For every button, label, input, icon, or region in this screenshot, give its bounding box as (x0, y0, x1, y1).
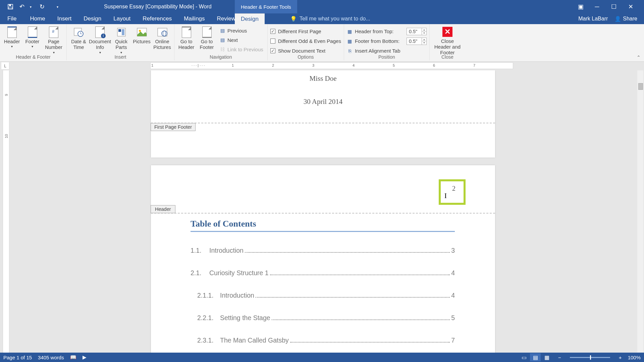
close-header-footer-button[interactable]: ✕ Close Header and Footer (432, 25, 463, 55)
toc-entry[interactable]: 1.1.Introduction3 (151, 247, 495, 254)
toc-entry[interactable]: 2.2.1.Setting the Stage5 (151, 314, 495, 322)
tab-mailings[interactable]: Mailings (178, 13, 211, 24)
footer-button[interactable]: Footer▾ (23, 25, 42, 55)
toc-entry[interactable]: 2.3.1.The Man Called Gatsby7 (151, 337, 495, 344)
spell-check-icon[interactable]: 📖 (70, 354, 76, 360)
undo-dropdown-icon[interactable]: ▾ (27, 3, 34, 10)
previous-button[interactable]: ▤Previous (218, 26, 265, 35)
group-label-insert: Insert (67, 54, 174, 60)
doc-date-line[interactable]: 30 April 2014 (151, 83, 495, 106)
document-info-button[interactable]: i Document Info▾ (90, 25, 110, 55)
header-page-number[interactable]: 2 (452, 185, 455, 192)
tab-home[interactable]: Home (24, 13, 51, 24)
goto-header-icon (180, 26, 193, 38)
tab-file[interactable]: File (0, 13, 24, 24)
toc-dots (245, 252, 450, 253)
zoom-level[interactable]: 100% (628, 355, 641, 360)
share-button[interactable]: 👤 Share (614, 16, 637, 22)
qat-customize-icon[interactable]: ▾ (54, 3, 61, 10)
header-tag: Header (151, 205, 175, 213)
toc-entry-page: 4 (451, 292, 455, 299)
display-options-icon[interactable]: ▣ (578, 3, 584, 10)
tab-selector[interactable]: L (1, 62, 9, 70)
horizontal-ruler[interactable]: 1 · · · | · · · 1 2 3 4 5 6 7 (150, 62, 513, 69)
online-pictures-button[interactable]: Online Pictures (153, 25, 171, 55)
zoom-out-button[interactable]: − (558, 355, 561, 360)
minimize-icon[interactable]: ─ (594, 3, 600, 10)
first-page-footer-tag: First Page Footer (151, 123, 196, 131)
group-label-hf: Header & Footer (0, 54, 66, 60)
toc-entry-text: The Man Called Gatsby (220, 337, 289, 344)
save-icon[interactable] (7, 3, 14, 10)
svg-rect-9 (122, 29, 124, 35)
pictures-button[interactable]: Pictures (132, 25, 151, 55)
status-page[interactable]: Page 1 of 15 (3, 355, 32, 360)
undo-icon[interactable]: ↶ (18, 3, 25, 10)
svg-rect-8 (118, 29, 121, 32)
close-icon[interactable]: ✕ (627, 3, 634, 10)
tab-layout[interactable]: Layout (107, 13, 137, 24)
header-top-icon: ▦ (347, 29, 353, 34)
footer-bottom-spinbox[interactable]: 0.5"▲▼ (407, 38, 427, 45)
vertical-ruler[interactable]: 9 10 (3, 70, 9, 353)
tab-design[interactable]: Design (77, 13, 107, 24)
goto-footer-button[interactable]: Go to Footer (198, 25, 216, 54)
web-layout-button[interactable]: ▦ (541, 353, 552, 361)
goto-footer-icon (201, 26, 213, 38)
toc-entry-page: 3 (451, 247, 455, 254)
doc-author-line[interactable]: Miss Doe (151, 70, 495, 83)
toc-entry-num: 2.2.1. (197, 314, 220, 322)
zoom-slider[interactable] (570, 357, 610, 358)
show-doc-text-checkbox[interactable]: ✓Show Document Text (270, 46, 341, 55)
group-label-close: Close (430, 54, 465, 60)
read-mode-button[interactable]: ▭ (519, 353, 529, 361)
macro-icon[interactable]: ▶ (83, 354, 87, 360)
text-cursor-icon: I (444, 191, 447, 200)
quick-parts-icon (115, 26, 127, 38)
tab-hf-design[interactable]: Design (235, 13, 265, 24)
checkbox-icon (270, 39, 275, 44)
document-page-2: 2 I Header Table of Contents 1.1.Introdu… (151, 165, 495, 353)
tell-me-search[interactable]: 💡 Tell me what you want to do... (283, 13, 370, 24)
spinner-arrows-icon[interactable]: ▲▼ (422, 28, 426, 35)
svg-rect-2 (9, 7, 12, 9)
goto-header-button[interactable]: Go to Header (177, 25, 196, 54)
status-words[interactable]: 3405 words (38, 355, 64, 360)
spinner-arrows-icon[interactable]: ▲▼ (422, 38, 426, 45)
group-label-options: Options (268, 54, 344, 60)
header-button[interactable]: Header▾ (3, 25, 21, 55)
toc-underline (191, 231, 455, 232)
toc-entry-text: Introduction (220, 292, 254, 299)
toc-dots (290, 342, 450, 343)
quick-parts-button[interactable]: Quick Parts▾ (112, 25, 130, 55)
tell-me-placeholder: Tell me what you want to do... (300, 16, 370, 22)
tab-references[interactable]: References (137, 13, 178, 24)
toc-entry-num: 2.1.1. (197, 292, 220, 299)
maximize-icon[interactable]: ☐ (610, 3, 617, 10)
date-time-icon (73, 26, 85, 38)
footer-bottom-label: Footer from Bottom: (355, 38, 405, 44)
page-number-icon: # (48, 26, 60, 38)
redo-icon[interactable]: ↻ (38, 3, 46, 10)
account-name[interactable]: Mark LaBarr (578, 16, 608, 22)
header-top-spinbox[interactable]: 0.5"▲▼ (407, 28, 427, 35)
diff-first-page-checkbox[interactable]: ✓Different First Page (270, 27, 341, 36)
date-time-button[interactable]: Date & Time (69, 25, 88, 55)
next-icon: ▤ (219, 37, 225, 43)
print-layout-button[interactable]: ▤ (530, 353, 541, 361)
toc-entry-num: 1.1. (191, 247, 209, 254)
diff-odd-even-checkbox[interactable]: Different Odd & Even Pages (270, 37, 341, 46)
next-button[interactable]: ▤Next (218, 36, 265, 44)
scrollbar-thumb[interactable] (638, 83, 643, 90)
vertical-scrollbar[interactable] (637, 70, 643, 353)
toc-entry[interactable]: 2.1.Curiosity Structure 14 (151, 269, 495, 277)
toc-dots (272, 319, 450, 320)
tab-insert[interactable]: Insert (51, 13, 78, 24)
page-number-button[interactable]: # Page Number▾ (44, 25, 64, 55)
insert-alignment-tab-button[interactable]: ⎘ Insert Alignment Tab (347, 46, 427, 55)
pictures-icon (136, 26, 148, 38)
collapse-ribbon-icon[interactable]: ⌃ (637, 55, 641, 60)
zoom-in-button[interactable]: + (619, 355, 622, 360)
toc-entry[interactable]: 2.1.1.Introduction4 (151, 292, 495, 299)
link-previous-button[interactable]: ⛓Link to Previous (218, 45, 265, 54)
